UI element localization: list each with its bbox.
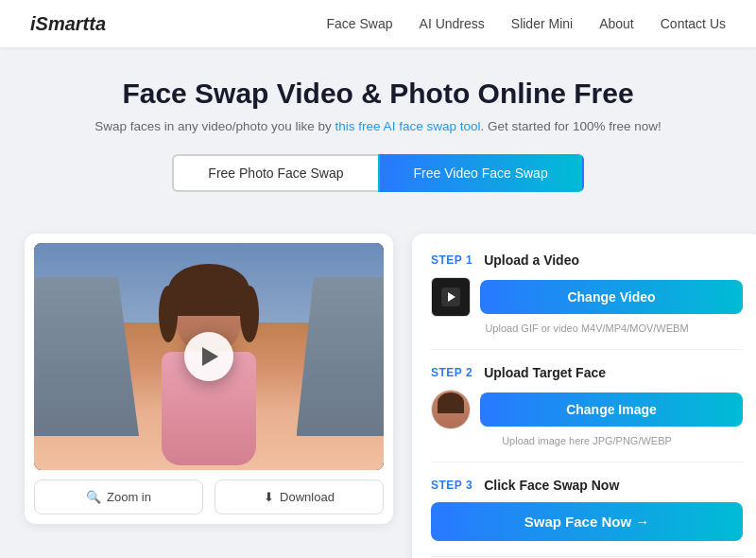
step2-action: Change Image (431, 390, 743, 429)
step3-num: STEP 3 (431, 479, 472, 492)
change-video-button[interactable]: Change Video (480, 280, 743, 314)
step2-thumb (431, 390, 471, 429)
person-hair-right (240, 286, 259, 342)
nav-logo[interactable]: iSmartta (30, 13, 106, 35)
swap-face-button[interactable]: Swap Face Now → (431, 502, 743, 541)
step3-title: Click Face Swap Now (484, 478, 619, 493)
step3-header: STEP 3 Click Face Swap Now (431, 478, 743, 493)
zoom-button[interactable]: 🔍 Zoom in (34, 480, 203, 514)
nav-contact[interactable]: Contact Us (661, 16, 726, 31)
step2-header: STEP 2 Upload Target Face (431, 365, 743, 380)
download-icon: ⬇ (264, 490, 274, 504)
tab-row: Free Photo Face Swap Free Video Face Swa… (15, 154, 741, 192)
hero-title: Face Swap Video & Photo Online Free (15, 78, 741, 110)
hero-section: Face Swap Video & Photo Online Free Swap… (0, 47, 756, 234)
nav-ai-undress[interactable]: AI Undress (420, 16, 485, 31)
play-button[interactable] (184, 332, 233, 381)
step2-hint: Upload image here JPG/PNG/WEBP (431, 435, 743, 446)
right-panel: STEP 1 Upload a Video Change Video Uploa… (412, 234, 756, 558)
tab-video[interactable]: Free Video Face Swap (378, 154, 584, 192)
person-hair-left (159, 286, 178, 342)
nav-slider-mini[interactable]: Slider Mini (511, 16, 573, 31)
step1-num: STEP 1 (431, 253, 472, 267)
main-content: 🔍 Zoom in ⬇ Download STEP 1 Upload a Vid… (9, 234, 747, 558)
video-controls: 🔍 Zoom in ⬇ Download (34, 480, 384, 514)
step3-row: STEP 3 Click Face Swap Now Swap Face Now… (431, 478, 743, 557)
thumb-play-icon (448, 292, 455, 302)
person-hair (168, 264, 249, 316)
step1-title: Upload a Video (484, 253, 579, 268)
download-button[interactable]: ⬇ Download (215, 480, 384, 514)
hero-subtitle: Swap faces in any video/photo you like b… (15, 119, 741, 133)
tab-photo[interactable]: Free Photo Face Swap (172, 154, 377, 192)
play-icon (202, 347, 218, 366)
step1-header: STEP 1 Upload a Video (431, 253, 743, 268)
step2-row: STEP 2 Upload Target Face Change Image U… (431, 365, 743, 462)
left-panel: 🔍 Zoom in ⬇ Download (25, 234, 393, 558)
change-image-button[interactable]: Change Image (480, 392, 743, 427)
step2-num: STEP 2 (431, 366, 472, 379)
zoom-icon: 🔍 (86, 490, 101, 504)
navbar: iSmartta Face Swap AI Undress Slider Min… (0, 0, 756, 47)
video-container: 🔍 Zoom in ⬇ Download (25, 234, 393, 524)
nav-face-swap[interactable]: Face Swap (327, 16, 393, 31)
nav-about[interactable]: About (599, 16, 634, 31)
video-thumb-icon (441, 288, 460, 306)
step1-thumb (431, 277, 471, 317)
step2-title: Upload Target Face (484, 365, 606, 380)
step1-action: Change Video (431, 277, 743, 317)
step1-row: STEP 1 Upload a Video Change Video Uploa… (431, 253, 743, 350)
video-preview (34, 243, 384, 470)
step1-hint: Upload GIF or video M4V/MP4/MOV/WEBM (431, 323, 743, 334)
